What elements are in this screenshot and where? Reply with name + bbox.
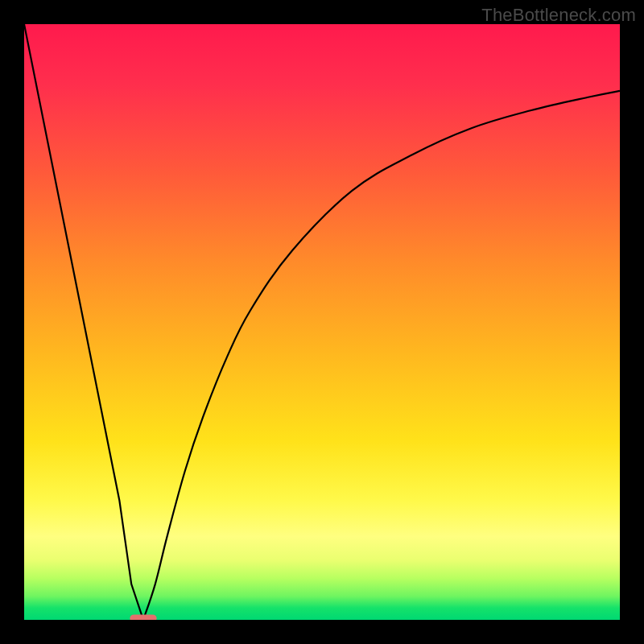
bottleneck-marker [130, 615, 156, 620]
plot-area [24, 24, 620, 620]
watermark-text: TheBottleneck.com [481, 5, 636, 26]
curve-right [143, 91, 620, 620]
series-right-branch [143, 91, 620, 620]
chart-svg [24, 24, 620, 620]
bottleneck-marker-group [130, 615, 156, 620]
curve-left [24, 24, 143, 620]
series-left-branch [24, 24, 143, 620]
chart-frame: TheBottleneck.com [0, 0, 644, 644]
